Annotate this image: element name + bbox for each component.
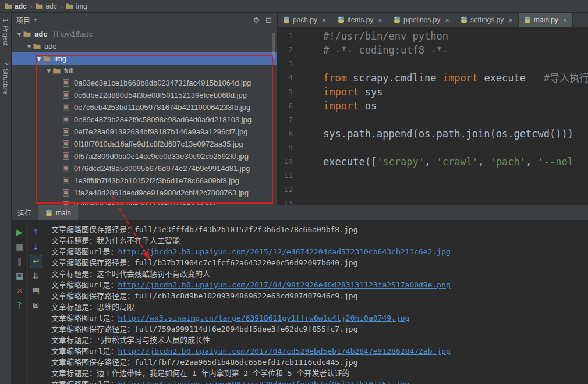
project-panel-title[interactable]: 项目 (16, 15, 30, 25)
close-tab-icon[interactable]: × (445, 16, 449, 24)
run-tab-main[interactable]: main (38, 205, 78, 220)
tree-item-adc[interactable]: ▼adcH:\py\16\adc (12, 28, 277, 40)
code-token: execute([ (323, 156, 377, 168)
console-link[interactable]: http://wx4.sinaimg.cn/mw690/7cc829d3gy1f… (118, 380, 409, 384)
image-file-icon (63, 91, 73, 99)
ide-window: adc›adc›img 1: Project 7: Structure 项目 ▼… (0, 0, 588, 384)
close-tab-icon[interactable]: × (322, 16, 327, 24)
editor-code-area[interactable]: #!/usr/bin/env python# -*- coding:utf8 -… (297, 27, 588, 205)
console-text: 文章缩略图url是： (51, 280, 118, 289)
code-token: from (323, 72, 347, 84)
console-text: 文章标题是：思维的局限 (51, 303, 134, 311)
code-token: os (359, 100, 377, 112)
console-text: 文章缩略图保存路径是：full/1e3fffdb7f43b2b10152f2f3… (51, 225, 358, 234)
tree-item-file[interactable]: 0c7c6eb4253bd11a059781674b421100064233fb… (12, 101, 277, 113)
stop-icon[interactable]: ■ (13, 240, 26, 254)
console-line: 文章标题是：这个时代会残酷惩罚不肯改变的人 (51, 268, 588, 279)
breadcrumb-item[interactable]: adc (5, 2, 27, 10)
console-link[interactable]: http://jbcdn2.b0.upaiyun.com/2017/04/cd5… (118, 347, 450, 355)
tab-label: main.py (534, 16, 558, 24)
console-line: 文章缩略图url是：http://jbcdn2.b0.upaiyun.com/2… (51, 346, 588, 357)
project-panel-actions: ⚙⊟ (247, 16, 272, 24)
help-icon[interactable]: ? (13, 298, 26, 312)
clear-all-icon[interactable]: ⊠ (30, 298, 42, 312)
tree-item-file[interactable]: 0c6dbe22d880d54f3be08f501152139efceb068d… (12, 89, 277, 101)
console-text: 文章标题是：马拉松式学习与技术人员的成长性 (51, 336, 210, 344)
tree-item-label: 0a03ec3e1ce1b668b8db0234731fac4915b1064d… (74, 79, 251, 87)
tree-item-label: img (54, 54, 66, 63)
tree-item-full[interactable]: ▼full (12, 65, 277, 77)
close-tab-icon[interactable]: × (563, 16, 568, 24)
breadcrumb-label: adc (15, 2, 27, 10)
tree-item-file[interactable]: 0a03ec3e1ce1b668b8db0234731fac4915b1064d… (12, 77, 277, 89)
restore-layout-icon[interactable]: ▦ (13, 269, 26, 283)
close-tab-icon[interactable]: × (508, 16, 513, 24)
console-text: 文章缩略图保存路径是：full/cb13c8d9be10209394869622… (51, 291, 358, 300)
editor-tab-settings.py[interactable]: settings.py× (455, 13, 519, 27)
editor-tab-pipelines.py[interactable]: pipelines.py× (388, 13, 455, 27)
chevron-down-icon[interactable]: ▼ (33, 17, 38, 23)
tree-item-adc[interactable]: ▼adc (12, 40, 277, 52)
image-file-icon (63, 104, 73, 111)
breadcrumb-item[interactable]: adc (36, 2, 56, 10)
console-link[interactable]: http://jbcdn2.b0.upaiyun.com/2017/04/98f… (118, 280, 450, 289)
console-line: 文章缩略图保存路径是：full/b37b71904c7c1fcf62a64322… (51, 257, 588, 268)
editor-body[interactable]: 12345678910111213 #!/usr/bin/env python#… (278, 27, 588, 205)
editor-tab-main.py[interactable]: main.py× (519, 13, 573, 27)
pause-output-icon[interactable]: ∥ (13, 254, 26, 269)
code-token: #导入执行 (544, 72, 588, 84)
code-line: import sys (323, 85, 588, 99)
console-link[interactable]: http://jbcdn2.b0.upaiyun.com/2015/12/e46… (118, 247, 450, 256)
editor-tabs: pach.py×items.py×pipelines.py×settings.p… (278, 13, 588, 27)
python-icon (283, 16, 290, 23)
tree-item-file[interactable]: 1e3fffdb7f43b2b10152f2f3b6d1e78c66a09bf8… (12, 175, 277, 187)
tree-item-file[interactable]: 0f57a2809d0ba0e14cc9ce0d33e30e92cb2592f0… (12, 150, 277, 162)
tree-item-file[interactable]: 0f76dcd24f8a5d0095b676d974e274b9e9914d81… (12, 162, 277, 175)
line-number: 11 (278, 169, 297, 183)
editor-tab-items.py[interactable]: items.py× (332, 13, 388, 27)
tree-item-file[interactable]: 1fa2a48d2861decd9ce91a980d2cbf42c7800763… (12, 187, 277, 199)
line-number: 5 (278, 85, 297, 99)
breadcrumb-item[interactable]: img (66, 2, 87, 10)
soft-wrap-icon[interactable]: ↩ (30, 255, 42, 268)
tool-button-structure[interactable]: 7: Structure (2, 62, 9, 95)
console-link[interactable]: http://wx3.sinaimg.cn/large/63918611gy1f… (118, 314, 409, 322)
tree-item-label: 0c6dbe22d880d54f3be08f501152139efceb068d… (74, 91, 247, 99)
code-token: execute (478, 72, 544, 84)
project-panel: 项目 ▼ ⚙⊟ ▼adcH:\py\16\adc▼adc▼img▼full0a0… (12, 13, 277, 205)
console-line: 文章缩略图保存路径是：full/fbf77e2aa965d1b486dc656e… (51, 357, 588, 368)
folder-icon (53, 67, 63, 74)
code-token: sys.path.append(os.path.join(os.getcwd()… (323, 128, 573, 140)
tab-label: settings.py (470, 16, 504, 24)
tree-item-file[interactable]: 0ef7e28a091392634bf93187b140a9a9a1296cf7… (12, 126, 277, 138)
project-tree-scrollbar[interactable] (272, 33, 275, 58)
expand-arrow-icon: ▼ (45, 68, 53, 74)
tree-item-file[interactable]: 02a0b4d26c7d24f62d32246010cf6c2a.jpg (12, 199, 277, 205)
settings-icon[interactable]: ⚙ (253, 16, 260, 24)
tree-item-file[interactable]: 0e89c4879b2842f9c58098e98ad64d0a9d218103… (12, 113, 277, 126)
print-icon[interactable]: ▤ (30, 283, 42, 298)
run-console[interactable]: 文章缩略图保存路径是：full/1e3fffdb7f43b2b10152f2f3… (44, 221, 588, 384)
console-line: 文章标题是：边工作边带娃，我是如何在 1 年内拿到第 2 个学位和 5 个开发者… (51, 368, 588, 379)
code-token: # -*- coding:utf8 -*- (323, 44, 448, 56)
scroll-to-end-icon[interactable]: ⇊ (30, 269, 42, 283)
tool-button-project[interactable]: 1: Project (2, 19, 9, 45)
python-icon (45, 209, 52, 216)
close-icon[interactable]: × (13, 283, 26, 298)
console-line: 文章缩略图url是：http://jbcdn2.b0.upaiyun.com/2… (51, 279, 588, 290)
up-stacktrace-icon[interactable]: ↑ (30, 225, 42, 240)
tree-item-label: adc (34, 30, 47, 38)
rerun-icon[interactable]: ▶ (13, 225, 26, 240)
run-toolbar-inner: ↑↓↩⇊▤⊠ (28, 221, 44, 384)
run-header: 运行 main (12, 205, 588, 221)
hide-panel-icon[interactable]: ⊟ (265, 16, 272, 24)
code-token: , (478, 156, 490, 168)
editor-tab-pach.py[interactable]: pach.py× (278, 13, 332, 27)
breadcrumb: adc›adc›img (0, 0, 588, 13)
tree-item-img[interactable]: ▼img (12, 52, 277, 65)
down-stacktrace-icon[interactable]: ↓ (30, 240, 42, 254)
expand-arrow-icon: ▼ (25, 44, 33, 49)
tree-item-file[interactable]: 0f18f7010da16affe9d1c8f2d687c13e0972aa35… (12, 138, 277, 150)
run-toolbar-outer: ▶■∥▦×? (12, 221, 28, 384)
close-tab-icon[interactable]: × (378, 16, 382, 24)
